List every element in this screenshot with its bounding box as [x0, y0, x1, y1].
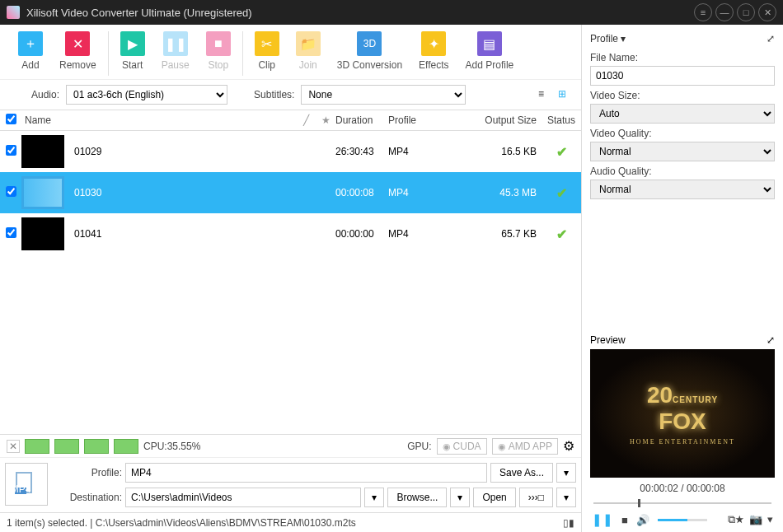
svg-text:MP4: MP4 [12, 483, 31, 495]
expand-preview-icon[interactable]: ⤢ [767, 334, 775, 346]
browse-button[interactable]: Browse... [387, 488, 447, 507]
stop-button[interactable]: ■ Stop [203, 31, 234, 71]
pause-button[interactable]: ❚❚ Pause [158, 31, 193, 71]
window-title: Xilisoft Video Converter Ultimate (Unreg… [26, 7, 691, 19]
cpu-label: CPU:35.55% [143, 441, 200, 452]
preview-seek-slider[interactable] [593, 496, 771, 507]
volume-icon[interactable]: 🔊 [636, 514, 649, 526]
preview-title: Preview [590, 334, 626, 346]
start-button[interactable]: ▶ Start [117, 31, 148, 71]
snapshot-camera-icon[interactable]: 📷 [749, 513, 762, 526]
plus-icon: ＋ [18, 31, 43, 56]
file-name: 01029 [68, 146, 335, 157]
status-text: 1 item(s) selected. | C:\Users\admin\Vid… [7, 517, 356, 529]
minimize-button[interactable]: — [715, 3, 734, 21]
subtitles-select[interactable]: None [301, 85, 466, 105]
save-as-button[interactable]: Save As... [490, 463, 553, 483]
file-status-ok-icon: ✔ [542, 226, 581, 242]
cpu-core-3 [84, 439, 109, 454]
video-size-select[interactable]: Auto [590, 104, 775, 124]
pause-icon: ❚❚ [163, 31, 188, 56]
file-duration: 26:30:43 [335, 146, 388, 157]
file-status-ok-icon: ✔ [542, 185, 581, 201]
volume-slider[interactable] [658, 519, 707, 521]
statusbar: 1 item(s) selected. | C:\Users\admin\Vid… [0, 512, 581, 532]
file-duration: 00:00:00 [335, 228, 388, 240]
remove-button[interactable]: ✕ Remove [56, 31, 100, 71]
file-size: 65.7 KB [479, 228, 542, 240]
audio-quality-select[interactable]: Normal [590, 180, 775, 199]
titlebar: Xilisoft Video Converter Ultimate (Unreg… [0, 0, 783, 25]
close-hw-button[interactable]: ✕ [7, 440, 20, 453]
export-button[interactable]: ›››□ [519, 488, 553, 507]
open-button[interactable]: Open [473, 488, 515, 507]
effects-button[interactable]: ✦ Effects [415, 31, 452, 71]
preview-time: 00:00:02 / 00:00:08 [582, 478, 783, 496]
col-name[interactable]: Name [21, 114, 296, 126]
3d-conversion-button[interactable]: 3D 3D Conversion [334, 31, 406, 71]
col-duration[interactable]: Duration [335, 114, 388, 126]
destination-label: Destination: [54, 492, 122, 503]
filename-label: File Name: [590, 52, 775, 63]
file-list: 0102926:30:43MP416.5 KB✔0103000:00:08MP4… [0, 131, 581, 434]
cuda-button[interactable]: ◉ CUDA [437, 438, 487, 455]
file-checkbox[interactable] [6, 186, 16, 197]
preview-play-button[interactable]: ❚❚ [592, 512, 613, 527]
favorite-column-icon[interactable]: ★ [316, 114, 335, 126]
snapshot-dropdown[interactable]: ▾ [767, 513, 773, 526]
options-row: Audio: 01 ac3-6ch (English) Subtitles: N… [0, 80, 581, 110]
destination-dropdown[interactable]: ▾ [364, 488, 384, 507]
gear-icon[interactable]: ⚙ [563, 438, 574, 454]
filename-input[interactable] [590, 66, 775, 86]
destination-field[interactable]: C:\Users\admin\Videos [125, 488, 361, 507]
gpu-label: GPU: [407, 441, 431, 452]
amd-button[interactable]: ◉ AMD APP [492, 438, 558, 455]
join-button[interactable]: 📁 Join [293, 31, 324, 71]
maximize-button[interactable]: □ [737, 3, 755, 21]
col-status[interactable]: Status [542, 114, 581, 126]
video-quality-select[interactable]: Normal [590, 142, 775, 161]
file-thumbnail [21, 135, 64, 168]
scissors-icon: ✂ [255, 31, 279, 56]
file-row[interactable]: 0104100:00:00MP465.7 KB✔ [0, 213, 581, 254]
sort-indicator-icon[interactable]: ╱ [296, 114, 316, 126]
file-name: 01030 [68, 187, 335, 198]
clip-button[interactable]: ✂ Clip [251, 31, 283, 71]
export-dropdown[interactable]: ▾ [556, 488, 576, 507]
file-row[interactable]: 0102926:30:43MP416.5 KB✔ [0, 131, 581, 172]
list-header: Name ╱ ★ Duration Profile Output Size St… [0, 110, 581, 131]
play-icon: ▶ [120, 31, 145, 56]
save-as-dropdown[interactable]: ▾ [556, 463, 576, 483]
close-button[interactable]: ✕ [758, 3, 776, 21]
preview-stop-button[interactable]: ■ [621, 514, 628, 526]
file-profile: MP4 [388, 146, 479, 157]
add-profile-button[interactable]: ▤ Add Profile [462, 31, 518, 71]
file-row[interactable]: 0103000:00:08MP445.3 MB✔ [0, 172, 581, 213]
profile-field[interactable]: MP4 [125, 463, 487, 483]
preview-viewport[interactable]: 20CENTURY FOX HOME ENTERTAINMENT [590, 349, 775, 478]
file-checkbox[interactable] [6, 145, 16, 156]
menu-button[interactable]: ≡ [694, 3, 712, 21]
col-size[interactable]: Output Size [479, 114, 542, 126]
file-profile: MP4 [388, 187, 479, 198]
file-checkbox[interactable] [6, 227, 16, 238]
col-profile[interactable]: Profile [388, 114, 479, 126]
browse-dropdown[interactable]: ▾ [450, 488, 470, 507]
audio-label: Audio: [31, 89, 59, 100]
select-all-checkbox[interactable] [6, 114, 16, 124]
document-icon: ▤ [477, 31, 502, 56]
3d-icon: 3D [357, 31, 382, 56]
add-button[interactable]: ＋ Add [15, 31, 46, 71]
audio-select[interactable]: 01 ac3-6ch (English) [66, 85, 227, 105]
x-icon: ✕ [65, 31, 90, 56]
subtitles-label: Subtitles: [254, 89, 294, 100]
profile-panel-title[interactable]: Profile ▾ [590, 33, 626, 44]
snapshot-favorite-icon[interactable]: ⧉★ [728, 513, 744, 526]
sidebar-toggle-icon[interactable]: ▯▮ [563, 517, 574, 529]
file-name: 01041 [68, 228, 335, 240]
expand-profile-icon[interactable]: ⤢ [767, 33, 775, 44]
stop-icon: ■ [206, 31, 231, 56]
file-size: 16.5 KB [479, 146, 542, 157]
list-view-button[interactable]: ≡ [538, 88, 553, 101]
grid-view-button[interactable]: ⊞ [558, 88, 573, 101]
